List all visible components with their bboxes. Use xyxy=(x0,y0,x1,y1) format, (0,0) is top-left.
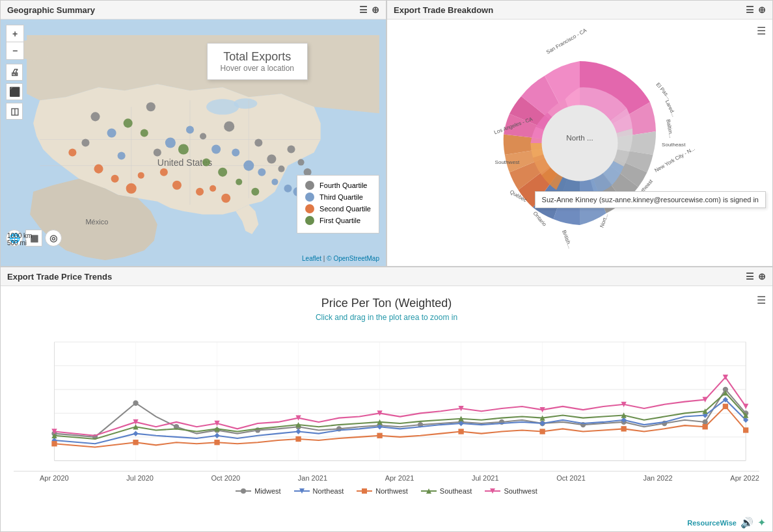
svg-marker-104 xyxy=(295,429,301,434)
svg-rect-112 xyxy=(51,441,57,446)
svg-marker-103 xyxy=(214,433,219,438)
svg-point-38 xyxy=(138,172,144,179)
svg-rect-119 xyxy=(621,426,626,431)
fourth-quartile-label: Fourth Quartile xyxy=(319,181,367,189)
legend-southeast: Southeast xyxy=(421,487,472,495)
svg-point-2 xyxy=(234,98,257,109)
svg-point-28 xyxy=(232,149,239,157)
scale-mi: 500 mi xyxy=(7,239,32,246)
second-quartile-label: Second Quartile xyxy=(319,205,371,213)
svg-point-42 xyxy=(210,185,216,192)
legend-first-quartile: First Quartile xyxy=(305,216,371,225)
svg-point-51 xyxy=(542,105,618,181)
zoom-out-button[interactable]: − xyxy=(7,42,23,59)
svg-text:Southeast: Southeast xyxy=(662,142,686,148)
rw-badge-icon-bottom: ✦ xyxy=(757,516,766,529)
chart-area[interactable] xyxy=(14,328,759,472)
legend-northwest: Northwest xyxy=(357,487,408,495)
svg-point-18 xyxy=(278,166,284,172)
midwest-label: Midwest xyxy=(254,487,280,495)
map-legend: Fourth Quartile Third Quartile Second Qu… xyxy=(297,175,379,233)
svg-marker-102 xyxy=(133,431,138,436)
svg-rect-113 xyxy=(133,440,138,445)
svg-rect-120 xyxy=(702,424,707,429)
breakdown-search-icon[interactable]: ⊕ xyxy=(758,5,766,15)
export-button[interactable]: ⬛ xyxy=(6,83,23,100)
svg-rect-118 xyxy=(539,429,545,434)
geo-summary-title: Geographic Summary xyxy=(7,5,95,15)
trends-search-icon[interactable]: ⊕ xyxy=(758,271,766,282)
svg-point-37 xyxy=(126,183,137,194)
x-label-7: Oct 2021 xyxy=(556,474,586,482)
breakdown-table-icon[interactable]: ☰ xyxy=(746,5,754,15)
southwest-line-icon xyxy=(485,487,500,495)
price-chart-title: Price Per Ton (Weighted) xyxy=(14,286,759,313)
svg-point-43 xyxy=(221,194,230,203)
svg-point-34 xyxy=(68,149,76,157)
geo-search-icon[interactable]: ⊕ xyxy=(372,5,379,15)
map-scale: 1000 km 500 mi xyxy=(7,232,32,246)
print-button[interactable]: 🖨 xyxy=(6,64,23,81)
svg-point-25 xyxy=(165,137,176,148)
total-exports-box: Total Exports Hover over a location xyxy=(207,43,308,80)
svg-rect-116 xyxy=(377,433,382,438)
map-attribution: Leaflet | © OpenStreetMap xyxy=(302,255,379,262)
svg-point-31 xyxy=(271,179,278,185)
svg-point-41 xyxy=(196,188,204,196)
svg-point-16 xyxy=(254,139,262,146)
x-label-4: Jan 2021 xyxy=(298,474,327,482)
svg-point-84 xyxy=(133,401,138,406)
price-menu-icon[interactable]: ☰ xyxy=(757,294,766,306)
chart-legend: Midwest Northeast Northwest xyxy=(14,482,759,498)
total-exports-title: Total Exports xyxy=(221,50,294,64)
svg-point-19 xyxy=(287,146,295,153)
price-chart-svg xyxy=(14,328,759,471)
price-content: Price Per Ton (Weighted) Click and drag … xyxy=(1,286,772,515)
northeast-label: Northeast xyxy=(313,487,344,495)
total-exports-subtitle: Hover over a location xyxy=(221,64,294,73)
rw-logo-bottom: ResourceWise xyxy=(687,519,737,527)
price-trends-title: Export Trade Price Trends xyxy=(7,272,112,282)
x-label-8: Jan 2022 xyxy=(643,474,672,482)
svg-point-40 xyxy=(172,181,182,190)
export-breakdown-panel: Export Trade Breakdown ☰ ⊕ ☰ xyxy=(386,0,773,267)
price-trends-header: Export Trade Price Trends ☰ ⊕ xyxy=(1,267,772,286)
svg-rect-117 xyxy=(458,429,463,434)
layers-button[interactable]: ◫ xyxy=(6,103,23,120)
donut-content: ☰ xyxy=(387,20,772,267)
svg-point-47 xyxy=(202,159,210,166)
svg-point-1 xyxy=(206,99,239,114)
svg-text:El Pas...: El Pas... xyxy=(655,82,671,101)
legend-northeast: Northeast xyxy=(294,487,344,495)
svg-text:Baltim...: Baltim... xyxy=(665,119,674,139)
svg-point-12 xyxy=(146,102,156,111)
svg-point-24 xyxy=(118,152,126,160)
svg-marker-144 xyxy=(743,404,748,409)
osm-link[interactable]: © OpenStreetMap xyxy=(327,255,379,262)
user-tooltip: Suz-Anne Kinney (suz-anne.kinney@resourc… xyxy=(535,191,766,208)
x-label-3: Oct 2020 xyxy=(211,474,241,482)
zoom-in-button[interactable]: + xyxy=(7,25,23,42)
geo-table-icon[interactable]: ☰ xyxy=(359,5,368,15)
svg-point-23 xyxy=(107,128,116,137)
svg-rect-115 xyxy=(295,436,301,442)
marker-button[interactable]: ◎ xyxy=(45,230,62,246)
svg-point-36 xyxy=(111,175,119,183)
svg-text:New York City - N...: New York City - N... xyxy=(654,146,696,174)
x-axis-labels: Apr 2020 Jul 2020 Oct 2020 Jan 2021 Apr … xyxy=(14,472,759,482)
southwest-label: Southwest xyxy=(504,487,537,495)
third-quartile-color xyxy=(305,193,314,202)
svg-text:San Francisco - CA: San Francisco - CA xyxy=(545,27,588,55)
svg-rect-150 xyxy=(362,488,367,494)
legend-fourth-quartile: Fourth Quartile xyxy=(305,181,371,190)
legend-midwest: Midwest xyxy=(236,487,280,495)
svg-point-15 xyxy=(224,121,234,131)
donut-menu-icon[interactable]: ☰ xyxy=(757,25,766,37)
svg-point-17 xyxy=(267,155,276,164)
leaflet-link[interactable]: Leaflet xyxy=(302,255,321,262)
trends-table-icon[interactable]: ☰ xyxy=(746,271,754,282)
scale-km: 1000 km xyxy=(7,232,32,239)
map-content: United States México xyxy=(1,20,386,266)
price-trends-header-icons: ☰ ⊕ xyxy=(746,271,766,282)
price-chart-subtitle: Click and drag in the plot area to zoom … xyxy=(14,313,759,322)
